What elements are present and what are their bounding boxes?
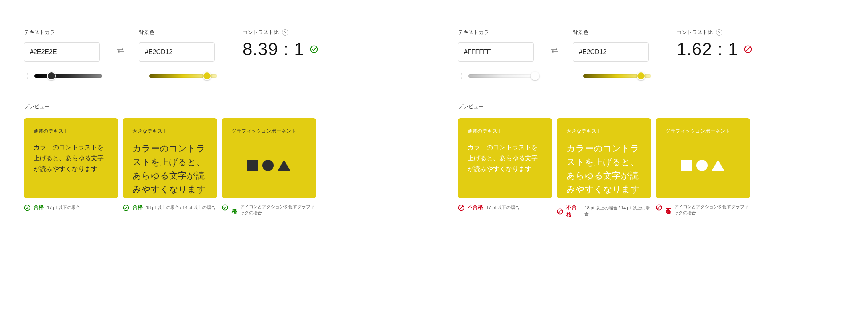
verdict-note: 18 pt 以上の場合 / 14 pt 以上の場合 — [146, 205, 215, 211]
bg-lightness-slider[interactable] — [583, 74, 651, 78]
svg-point-21 — [222, 205, 228, 210]
bg-color-input[interactable] — [145, 48, 225, 56]
bg-color-control: 背景色 — [573, 29, 651, 79]
ratio-value: 8.39 : 1 — [243, 39, 304, 59]
triangle-icon — [278, 160, 290, 171]
help-icon[interactable]: ? — [716, 29, 722, 36]
svg-line-30 — [463, 74, 463, 74]
verdict-text: 合格 — [132, 204, 143, 211]
contrast-panel-right: テキストカラー 背景色 — [434, 0, 868, 314]
svg-line-14 — [140, 74, 140, 74]
verdict-note: 18 pt 以上の場合 / 14 pt 以上の場合 — [584, 205, 651, 217]
check-circle-icon — [123, 205, 129, 211]
text-color-label: テキストカラー — [24, 29, 102, 36]
preview-card-normal: 通常のテキスト カラーのコントラストを上げると、あらゆる文字が読みやすくなります — [24, 118, 118, 198]
bg-color-field[interactable] — [573, 42, 649, 62]
text-color-field[interactable] — [24, 42, 100, 62]
bg-color-control: 背景色 — [139, 29, 217, 79]
svg-line-45 — [558, 209, 562, 213]
text-color-input[interactable] — [30, 48, 110, 56]
verdict-note: アイコンとアクションを促すグラフィックの場合 — [674, 204, 750, 216]
contrast-ratio-display: コントラスト比 ? 1.62 : 1 — [677, 29, 752, 59]
square-icon — [247, 160, 258, 171]
svg-point-0 — [26, 75, 28, 77]
verdict-text: 合格 — [34, 204, 44, 211]
svg-point-22 — [460, 75, 462, 77]
bg-color-swatch[interactable] — [663, 46, 663, 58]
bg-lightness-slider[interactable] — [149, 74, 217, 78]
svg-line-27 — [459, 74, 459, 74]
sample-text-large: カラーのコントラストを上げると、あらゆる文字が読みやすくなります — [132, 142, 207, 196]
sample-text-large: カラーのコントラストを上げると、あらゆる文字が読みやすくなります — [566, 142, 641, 196]
bg-color-input[interactable] — [579, 48, 659, 56]
prohibited-icon — [458, 205, 464, 211]
check-circle-icon — [310, 45, 318, 53]
verdict-note: 17 pt 以下の場合 — [47, 205, 80, 211]
ratio-value: 1.62 : 1 — [677, 39, 738, 59]
swap-colors-button[interactable] — [546, 42, 563, 59]
help-icon[interactable]: ? — [282, 29, 288, 36]
text-color-control: テキストカラー — [458, 29, 536, 79]
bg-color-swatch[interactable] — [229, 46, 229, 58]
card-title: 大きなテキスト — [132, 128, 207, 135]
prohibited-icon — [744, 45, 752, 53]
preview-card-normal: 通常のテキスト カラーのコントラストを上げると、あらゆる文字が読みやすくなります — [458, 118, 552, 198]
text-color-field[interactable] — [458, 42, 534, 62]
card-title: 通常のテキスト — [34, 128, 108, 135]
sample-text-small: カラーのコントラストを上げると、あらゆる文字が読みやすくなります — [468, 142, 542, 175]
text-color-label: テキストカラー — [458, 29, 536, 36]
text-color-input[interactable] — [464, 48, 544, 56]
svg-line-41 — [746, 47, 750, 52]
svg-line-5 — [25, 74, 25, 74]
square-icon — [681, 160, 692, 171]
svg-line-28 — [463, 78, 463, 78]
ratio-label: コントラスト比 — [243, 29, 279, 36]
brightness-icon — [24, 73, 30, 79]
text-color-control: テキストカラー — [24, 29, 102, 79]
preview-card-large: 大きなテキスト カラーのコントラストを上げると、あらゆる文字が読みやすくなります — [557, 118, 651, 198]
triangle-icon — [712, 160, 724, 171]
check-circle-icon — [24, 205, 30, 211]
svg-point-9 — [141, 75, 143, 77]
svg-line-37 — [578, 78, 578, 78]
prohibited-icon — [656, 204, 662, 211]
svg-point-20 — [123, 205, 129, 211]
contrast-panel-left: テキストカラー 背景色 — [0, 0, 434, 314]
bg-color-field[interactable] — [139, 42, 215, 62]
contrast-ratio-display: コントラスト比 ? 8.39 : 1 — [243, 29, 318, 59]
svg-line-39 — [578, 74, 578, 74]
svg-line-36 — [574, 74, 574, 74]
svg-line-6 — [29, 78, 29, 78]
verdict-note: 17 pt 以下の場合 — [486, 205, 519, 211]
svg-line-47 — [657, 205, 661, 209]
card-title: グラフィックコンポーネント — [665, 128, 740, 135]
verdict-text: 不合格 — [468, 204, 483, 211]
check-circle-icon — [222, 204, 228, 211]
sample-text-small: カラーのコントラストを上げると、あらゆる文字が読みやすくなります — [34, 142, 108, 175]
text-lightness-slider[interactable] — [468, 74, 536, 78]
svg-point-19 — [24, 205, 30, 211]
verdict-text: 不合格 — [665, 204, 671, 205]
svg-line-7 — [25, 78, 25, 78]
svg-line-8 — [29, 74, 29, 74]
swap-colors-button[interactable] — [112, 42, 129, 59]
ratio-label: コントラスト比 — [677, 29, 713, 36]
svg-line-29 — [459, 78, 459, 78]
verdict-text: 不合格 — [566, 204, 581, 218]
circle-icon — [262, 160, 274, 171]
brightness-icon — [139, 73, 145, 79]
card-title: 通常のテキスト — [468, 128, 542, 135]
preview-card-large: 大きなテキスト カラーのコントラストを上げると、あらゆる文字が読みやすくなります — [123, 118, 217, 198]
text-lightness-slider[interactable] — [34, 74, 102, 78]
verdict-note: アイコンとアクションを促すグラフィックの場合 — [240, 204, 316, 216]
circle-icon — [696, 160, 708, 171]
verdict-text: 合格 — [231, 204, 237, 205]
svg-line-17 — [144, 74, 144, 74]
brightness-icon — [458, 73, 464, 79]
prohibited-icon — [557, 208, 563, 215]
preview-card-graphic: グラフィックコンポーネント — [656, 118, 750, 198]
preview-card-graphic: グラフィックコンポーネント — [222, 118, 316, 198]
bg-color-label: 背景色 — [139, 29, 217, 36]
brightness-icon — [573, 73, 579, 79]
preview-label: プレビュー — [458, 103, 844, 110]
